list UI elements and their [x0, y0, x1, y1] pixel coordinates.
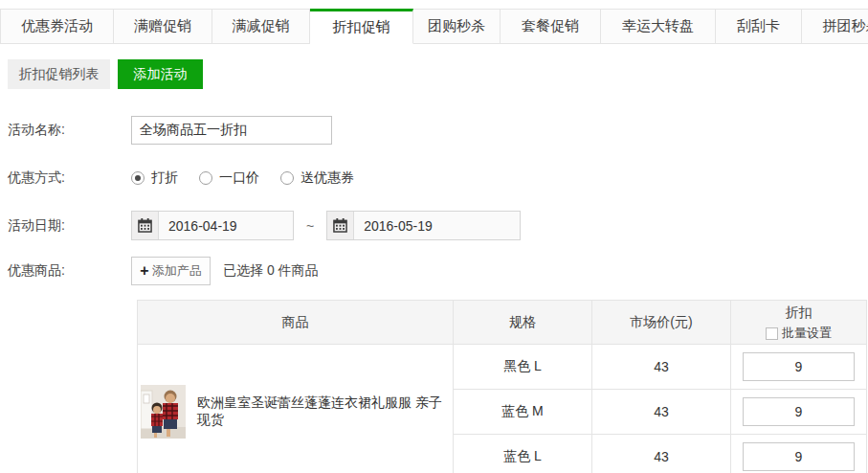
table-row: 欧洲皇室圣诞蕾丝蓬蓬连衣裙礼服服 亲子现货 黑色 L 43: [138, 345, 867, 390]
col-header-price: 市场价(元): [592, 301, 731, 345]
product-cell: 欧洲皇室圣诞蕾丝蓬蓬连衣裙礼服服 亲子现货: [138, 345, 454, 473]
tab-pintuan-flash-sale[interactable]: 拼团秒杀: [802, 9, 868, 44]
calendar-icon[interactable]: [132, 212, 159, 239]
tab-coupon-activity[interactable]: 优惠券活动: [0, 9, 114, 44]
radio-selected-icon: [131, 171, 145, 185]
date-range-separator: ~: [306, 218, 314, 234]
radio-label: 送优惠券: [300, 169, 354, 187]
discount-header-text: 折扣: [731, 304, 866, 322]
radio-yikoujia[interactable]: 一口价: [199, 169, 259, 187]
col-header-discount: 折扣 批量设置: [731, 301, 867, 345]
tab-full-reduction-promo[interactable]: 满减促销: [212, 9, 310, 44]
end-date-input[interactable]: 2016-05-19: [326, 211, 521, 240]
radio-dazhe[interactable]: 打折: [131, 169, 178, 187]
promo-products-label: 优惠商品:: [8, 262, 131, 280]
discount-cell: [731, 435, 867, 473]
subnav: 折扣促销列表 添加活动: [8, 59, 868, 89]
add-product-button-label: 添加产品: [152, 262, 202, 280]
product-image: [141, 385, 186, 439]
spec-cell: 蓝色 L: [454, 435, 592, 473]
tab-group-flash-sale[interactable]: 团购秒杀: [413, 9, 501, 44]
discount-cell: [731, 345, 867, 390]
spec-cell: 黑色 L: [454, 345, 592, 390]
discount-cell: [731, 390, 867, 435]
product-spec-table: 商品 规格 市场价(元) 折扣 批量设置: [137, 300, 867, 473]
plus-icon: +: [140, 263, 148, 279]
activity-date-label: 活动日期:: [8, 217, 131, 235]
radio-songyouhuiquan[interactable]: 送优惠券: [280, 169, 354, 187]
tab-discount-promo[interactable]: 折扣促销: [310, 9, 413, 44]
col-header-product: 商品: [138, 301, 454, 345]
end-date-value: 2016-05-19: [354, 212, 433, 239]
discount-input[interactable]: [743, 397, 855, 426]
price-cell: 43: [592, 390, 731, 435]
batch-set-checkbox[interactable]: [766, 327, 778, 340]
tab-scratch-card[interactable]: 刮刮卡: [716, 9, 802, 44]
discount-method-radio-group: 打折 一口价 送优惠券: [131, 169, 375, 187]
batch-set-label: 批量设置: [782, 325, 832, 342]
promotion-tabbar: 优惠券活动 满赠促销 满减促销 折扣促销 团购秒杀 套餐促销 幸运大转盘 刮刮卡…: [0, 9, 868, 44]
add-product-button[interactable]: + 添加产品: [131, 257, 211, 285]
discount-input[interactable]: [743, 352, 855, 381]
start-date-input[interactable]: 2016-04-19: [131, 211, 294, 240]
price-cell: 43: [592, 345, 731, 390]
radio-unselected-icon: [280, 171, 294, 185]
discount-method-label: 优惠方式:: [8, 169, 131, 187]
tab-package-promo[interactable]: 套餐促销: [501, 9, 601, 44]
table-header-row: 商品 规格 市场价(元) 折扣 批量设置: [138, 301, 867, 345]
discount-promo-list-button[interactable]: 折扣促销列表: [8, 59, 110, 89]
activity-name-input[interactable]: [131, 116, 332, 145]
start-date-value: 2016-04-19: [159, 212, 237, 239]
calendar-icon[interactable]: [327, 212, 354, 239]
radio-label: 打折: [151, 169, 178, 187]
price-cell: 43: [592, 435, 731, 473]
add-activity-button[interactable]: 添加活动: [118, 59, 203, 89]
col-header-spec: 规格: [454, 301, 592, 345]
radio-unselected-icon: [199, 171, 212, 185]
tab-lucky-wheel[interactable]: 幸运大转盘: [601, 9, 716, 44]
discount-input[interactable]: [743, 442, 855, 471]
tab-full-gift-promo[interactable]: 满赠促销: [114, 9, 212, 44]
spec-cell: 蓝色 M: [454, 390, 592, 435]
product-name: 欧洲皇室圣诞蕾丝蓬蓬连衣裙礼服服 亲子现货: [197, 394, 453, 429]
radio-label: 一口价: [219, 169, 259, 187]
activity-name-label: 活动名称:: [8, 122, 131, 139]
activity-form: 活动名称: 优惠方式: 打折 一口价 送优惠券 活动日期:: [8, 116, 868, 285]
selected-count-text: 已选择 0 件商品: [223, 262, 319, 280]
